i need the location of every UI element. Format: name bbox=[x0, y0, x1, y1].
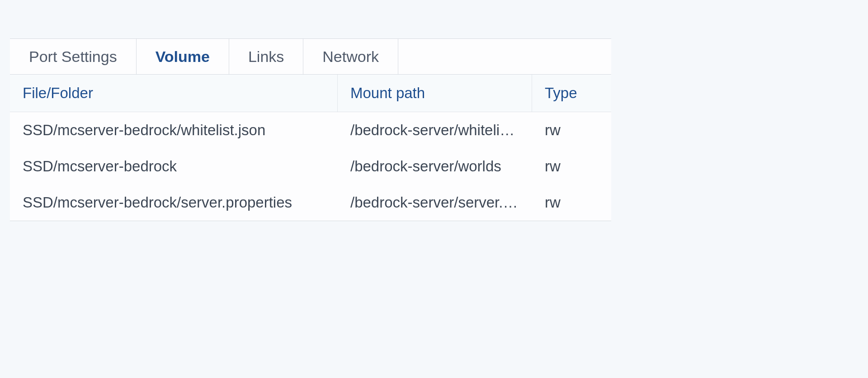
cell-type: rw bbox=[532, 158, 611, 175]
volume-table: File/Folder Mount path Type SSD/mcserver… bbox=[10, 75, 611, 221]
page-root: Port Settings Volume Links Network File/… bbox=[0, 0, 868, 378]
cell-mount: /bedrock-server/worlds bbox=[338, 158, 532, 175]
tab-port-settings[interactable]: Port Settings bbox=[10, 39, 137, 74]
cell-type: rw bbox=[532, 194, 611, 211]
settings-panel: Port Settings Volume Links Network File/… bbox=[10, 38, 611, 221]
tab-network[interactable]: Network bbox=[303, 39, 398, 74]
table-row[interactable]: SSD/mcserver-bedrock/whitelist.json /bed… bbox=[10, 112, 611, 148]
cell-file: SSD/mcserver-bedrock/whitelist.json bbox=[10, 122, 338, 139]
column-header-mount[interactable]: Mount path bbox=[338, 75, 532, 112]
table-row[interactable]: SSD/mcserver-bedrock /bedrock-server/wor… bbox=[10, 148, 611, 184]
cell-mount: /bedrock-server/server.properties bbox=[338, 194, 532, 211]
tab-volume[interactable]: Volume bbox=[137, 39, 229, 74]
table-header-row: File/Folder Mount path Type bbox=[10, 75, 611, 112]
cell-mount: /bedrock-server/whitelist.json bbox=[338, 122, 532, 139]
column-header-file[interactable]: File/Folder bbox=[10, 75, 338, 112]
tab-links[interactable]: Links bbox=[229, 39, 303, 74]
cell-file: SSD/mcserver-bedrock/server.properties bbox=[10, 194, 338, 211]
column-header-type[interactable]: Type bbox=[532, 75, 611, 112]
top-spacer bbox=[0, 0, 868, 38]
table-row[interactable]: SSD/mcserver-bedrock/server.properties /… bbox=[10, 184, 611, 221]
tabs-bar: Port Settings Volume Links Network bbox=[10, 39, 611, 75]
cell-file: SSD/mcserver-bedrock bbox=[10, 158, 338, 175]
table-body: SSD/mcserver-bedrock/whitelist.json /bed… bbox=[10, 112, 611, 221]
cell-type: rw bbox=[532, 122, 611, 139]
